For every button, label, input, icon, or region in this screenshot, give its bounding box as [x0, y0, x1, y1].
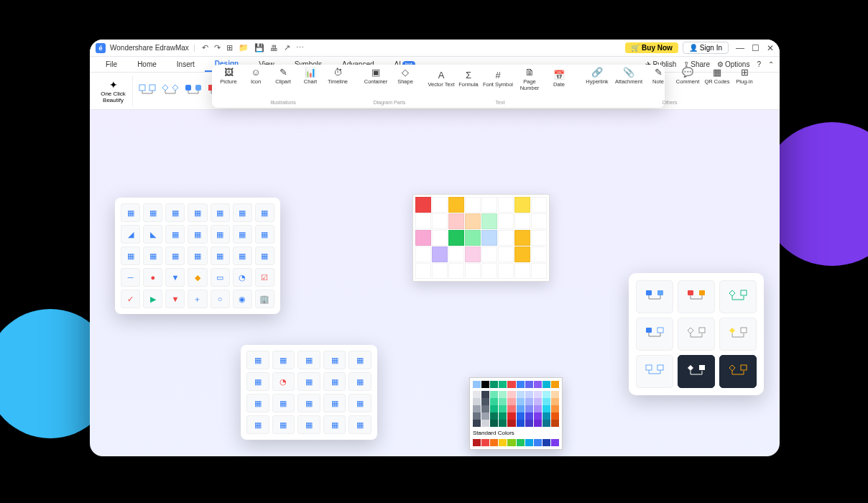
shape-tile[interactable]: ▦ — [255, 246, 274, 265]
shape-tile[interactable]: ＋ — [188, 290, 207, 308]
color-cell[interactable] — [481, 197, 497, 213]
color-cell[interactable] — [448, 246, 464, 262]
color-swatch[interactable] — [481, 391, 489, 398]
color-swatch[interactable] — [517, 405, 525, 412]
theme-card[interactable] — [636, 280, 673, 313]
color-swatch[interactable] — [551, 405, 559, 412]
color-swatch[interactable] — [499, 405, 507, 412]
color-cell[interactable] — [448, 213, 464, 229]
insert-page-number[interactable]: 🗎Page Number — [514, 68, 545, 91]
color-swatch[interactable] — [542, 412, 550, 420]
color-cell[interactable] — [432, 213, 448, 229]
undo-icon[interactable]: ↶ — [202, 43, 208, 52]
color-swatch[interactable] — [490, 398, 498, 405]
color-swatch[interactable] — [481, 420, 489, 427]
open-icon[interactable]: 📁 — [239, 43, 249, 52]
color-cell[interactable] — [481, 263, 497, 279]
color-swatch[interactable] — [507, 398, 515, 405]
insert-qr[interactable]: ▦QR Codes — [703, 68, 731, 86]
template-tile[interactable]: ▦ — [297, 372, 320, 391]
color-swatch[interactable] — [473, 439, 481, 446]
shape-tile[interactable]: ▼ — [165, 290, 185, 308]
color-swatch[interactable] — [542, 439, 550, 446]
shape-tile[interactable]: ▦ — [143, 246, 162, 265]
template-tile[interactable]: ▦ — [348, 415, 371, 434]
template-tile[interactable]: ▦ — [323, 415, 346, 434]
shape-tile[interactable]: ▼ — [165, 268, 185, 287]
template-tile[interactable]: ▦ — [348, 351, 371, 369]
insert-attachment[interactable]: 📎Attachment — [613, 68, 645, 86]
color-swatch[interactable] — [517, 439, 525, 446]
insert-date[interactable]: 📅Date — [545, 68, 573, 91]
theme-swatch[interactable] — [159, 75, 182, 107]
template-tile[interactable]: ▦ — [272, 415, 295, 434]
color-swatch[interactable] — [525, 381, 533, 388]
color-swatch[interactable] — [525, 398, 533, 405]
insert-chart[interactable]: 📊Chart — [297, 68, 324, 86]
color-swatch[interactable] — [490, 412, 498, 420]
shape-tile[interactable]: ▦ — [143, 203, 162, 222]
template-tile[interactable]: ▦ — [323, 394, 346, 412]
shape-tile[interactable]: ▦ — [233, 203, 252, 222]
theme-card[interactable] — [636, 318, 673, 351]
color-swatch[interactable] — [517, 420, 525, 427]
color-cell[interactable] — [432, 246, 448, 262]
shape-tile[interactable]: ▦ — [211, 225, 230, 244]
color-swatch[interactable] — [551, 412, 559, 420]
shape-tile[interactable]: ▦ — [233, 225, 252, 244]
template-tile[interactable]: ▦ — [323, 351, 346, 369]
theme-card[interactable] — [636, 355, 673, 388]
color-swatch[interactable] — [473, 405, 481, 412]
color-cell[interactable] — [498, 197, 514, 213]
color-swatch[interactable] — [542, 391, 550, 398]
color-swatch[interactable] — [517, 381, 525, 388]
color-swatch[interactable] — [517, 391, 525, 398]
insert-picture[interactable]: 🖼Picture — [215, 68, 242, 86]
insert-note[interactable]: ✎Note — [645, 68, 672, 86]
color-swatch[interactable] — [534, 420, 542, 427]
color-cell[interactable] — [481, 246, 497, 262]
shape-tile[interactable]: 🏢 — [255, 290, 274, 308]
color-cell[interactable] — [415, 263, 431, 279]
color-swatch[interactable] — [490, 420, 498, 427]
shape-tile[interactable]: ▦ — [188, 246, 207, 265]
shape-tile[interactable]: ◉ — [233, 290, 252, 308]
color-cell[interactable] — [514, 263, 530, 279]
color-swatch[interactable] — [490, 391, 498, 398]
close-icon[interactable]: ✕ — [767, 43, 774, 53]
color-swatch[interactable] — [534, 381, 542, 388]
maximize-icon[interactable]: ☐ — [752, 43, 760, 53]
template-tile[interactable]: ▦ — [348, 372, 371, 391]
color-cell[interactable] — [531, 230, 547, 246]
color-swatch[interactable] — [473, 420, 481, 427]
insert-hyperlink[interactable]: 🔗Hyperlink — [581, 68, 613, 86]
color-cell[interactable] — [465, 213, 481, 229]
color-swatch[interactable] — [542, 405, 550, 412]
template-tile[interactable]: ▦ — [246, 372, 269, 391]
theme-card[interactable] — [678, 318, 715, 351]
color-swatch[interactable] — [525, 420, 533, 427]
template-tile[interactable]: ▦ — [272, 394, 295, 412]
tab-file[interactable]: File — [96, 57, 127, 72]
color-swatch[interactable] — [473, 391, 481, 398]
color-swatch[interactable] — [507, 439, 515, 446]
color-cell[interactable] — [415, 213, 431, 229]
color-swatch[interactable] — [534, 405, 542, 412]
color-swatch[interactable] — [551, 420, 559, 427]
color-cell[interactable] — [514, 230, 530, 246]
color-cell[interactable] — [498, 213, 514, 229]
color-swatch[interactable] — [481, 439, 489, 446]
color-swatch[interactable] — [534, 391, 542, 398]
shape-tile[interactable]: ▦ — [211, 246, 230, 265]
shape-tile[interactable]: ▦ — [121, 203, 140, 222]
color-cell[interactable] — [465, 197, 481, 213]
color-swatch[interactable] — [507, 391, 515, 398]
insert-comment[interactable]: 💬Comment — [672, 68, 703, 86]
export-icon[interactable]: ↗ — [284, 43, 290, 52]
template-tile[interactable]: ◔ — [272, 372, 295, 391]
color-cell[interactable] — [415, 197, 431, 213]
color-swatch[interactable] — [525, 391, 533, 398]
shape-tile[interactable]: ◆ — [188, 268, 207, 287]
color-swatch[interactable] — [481, 381, 489, 388]
color-swatch[interactable] — [542, 398, 550, 405]
